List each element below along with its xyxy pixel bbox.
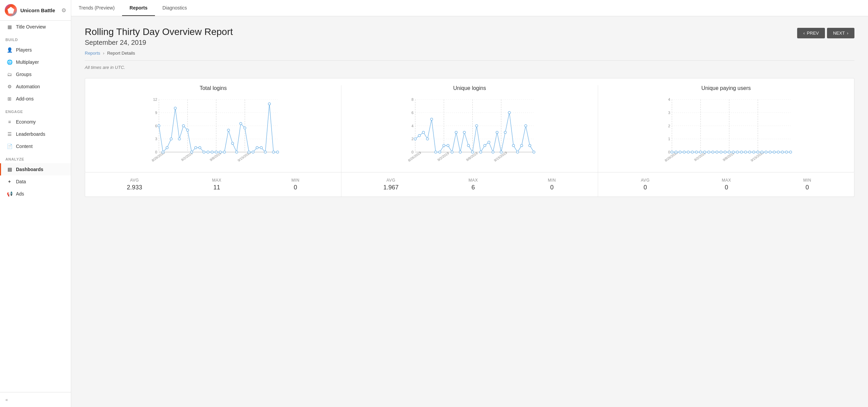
sidebar-item-addons[interactable]: ⊞ Add-ons [0,93,71,105]
svg-point-139 [773,151,775,153]
sidebar-item-content[interactable]: 📄 Content [0,140,71,152]
stat-max-label: MAX [212,178,221,183]
chart-svg-total-logins: 1296308/26/20199/2/20199/8/20199/15/2019 [92,96,334,171]
svg-point-91 [516,151,519,153]
sidebar-item-dashboards[interactable]: ▤ Dashboards [0,163,71,175]
stat-min-value: 0 [291,184,299,191]
sidebar-section-build: BUILD [0,33,71,44]
tab-trends[interactable]: Trends (Preview) [71,0,122,16]
charts-row: Total logins1296308/26/20199/2/20199/8/2… [85,78,854,172]
svg-point-34 [223,151,225,153]
svg-text:2: 2 [412,137,414,141]
stat-min-unique-paying-users: MIN0 [803,178,811,191]
sidebar-item-players[interactable]: 👤 Players [0,44,71,56]
stat-min-value: 0 [803,184,811,191]
sidebar-item-label: Multiplayer [16,59,39,65]
report-header: Rolling Thirty Day Overview Report Septe… [85,26,854,47]
svg-point-73 [443,144,445,147]
breadcrumb-reports-link[interactable]: Reports [85,51,100,56]
svg-point-27 [195,147,197,149]
svg-point-138 [769,151,771,153]
svg-text:6: 6 [155,124,157,128]
chart-title-total-logins: Total logins [92,85,334,91]
stat-avg-label: AVG [127,178,142,183]
svg-point-83 [484,144,486,147]
svg-point-71 [435,151,437,153]
sidebar-section-analyze: ANALYZE [0,152,71,163]
report-title: Rolling Thirty Day Overview Report [85,26,233,37]
chart-title-unique-paying-users: Unique paying users [605,85,847,91]
tab-diagnostics[interactable]: Diagnostics [155,0,194,16]
chart-svg-unique-paying-users: 432108/26/20199/2/20199/8/20199/15/2019 [605,96,847,171]
chevron-right-icon: › [847,31,848,36]
svg-point-43 [260,147,262,149]
utc-note: All times are in UTC. [85,65,854,70]
svg-point-85 [492,151,494,153]
svg-point-137 [765,151,767,153]
svg-point-31 [211,151,213,153]
svg-point-125 [716,151,718,153]
svg-point-36 [231,142,234,145]
sidebar-item-label: Title Overview [16,24,46,30]
main-content: Trends (Preview) Reports Diagnostics Rol… [71,0,868,407]
svg-point-30 [207,151,209,153]
svg-point-74 [447,144,449,147]
sidebar-collapse-button[interactable]: « [0,392,71,407]
breadcrumb-separator: › [103,51,104,56]
svg-point-92 [520,144,523,147]
sidebar-item-automation[interactable]: ⚙ Automation [0,80,71,93]
sidebar-item-title-overview[interactable]: ▦ Title Overview [0,21,71,33]
svg-point-39 [244,127,246,129]
svg-point-118 [687,151,689,153]
stat-min-label: MIN [803,178,811,183]
sidebar-item-data[interactable]: ✦ Data [0,175,71,188]
svg-point-136 [761,151,763,153]
stats-block-unique-logins: AVG1.967MAX6MIN0 [341,172,598,197]
svg-point-35 [227,129,230,131]
svg-point-89 [508,111,511,114]
globe-icon: 🌐 [6,59,13,65]
next-button[interactable]: NEXT › [827,28,854,38]
svg-point-122 [703,151,706,153]
svg-point-75 [451,151,453,153]
sidebar-item-multiplayer[interactable]: 🌐 Multiplayer [0,56,71,68]
svg-point-121 [699,151,702,153]
sidebar-item-label: Economy [16,119,36,125]
svg-point-41 [252,151,254,153]
dashboard-icon: ▤ [6,166,13,172]
stat-min-label: MIN [291,178,299,183]
svg-point-72 [439,151,441,153]
sidebar-item-leaderboards[interactable]: ☰ Leaderboards [0,128,71,140]
sidebar-item-economy[interactable]: ≡ Economy [0,116,71,128]
stat-max-value: 0 [722,184,731,191]
tab-reports[interactable]: Reports [122,0,155,16]
svg-point-135 [756,151,759,153]
stat-max-label: MAX [722,178,731,183]
svg-point-37 [235,151,238,153]
stat-min-unique-logins: MIN0 [548,178,556,191]
svg-point-24 [182,125,185,127]
sidebar-item-groups[interactable]: 🗂 Groups [0,68,71,80]
svg-point-88 [504,131,507,133]
svg-point-33 [219,151,221,153]
stat-min-label: MIN [548,178,556,183]
svg-point-95 [533,151,535,153]
svg-point-29 [203,151,205,153]
prev-button[interactable]: ‹ PREV [797,28,825,38]
gear-icon[interactable]: ⚙ [61,7,66,14]
svg-text:9: 9 [155,111,157,115]
ads-icon: 📢 [6,191,13,197]
sidebar-item-ads[interactable]: 📢 Ads [0,188,71,200]
svg-point-129 [732,151,734,153]
svg-point-133 [748,151,751,153]
svg-point-132 [744,151,747,153]
svg-point-87 [500,151,502,153]
svg-point-69 [427,138,429,140]
report-date: September 24, 2019 [85,39,233,47]
app-title: Unicorn Battle [20,7,55,13]
stat-max-value: 6 [469,184,478,191]
svg-point-124 [712,151,714,153]
svg-point-141 [781,151,784,153]
addons-icon: ⊞ [6,96,13,102]
svg-point-44 [264,151,267,153]
